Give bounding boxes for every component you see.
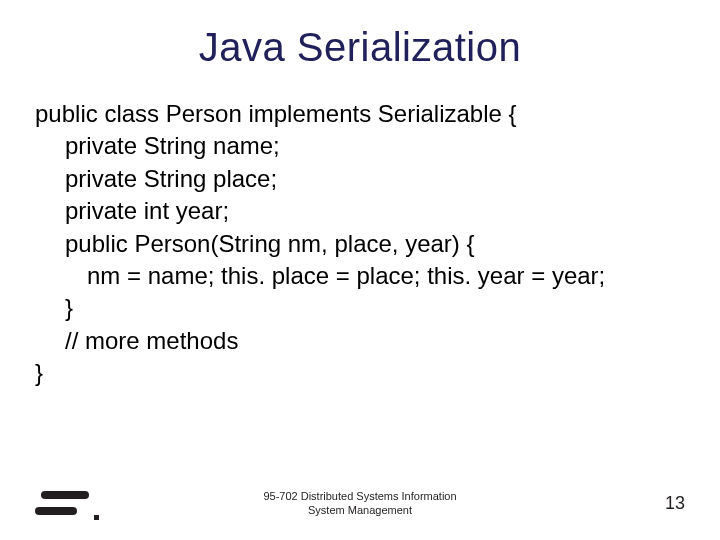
slide-title: Java Serialization [35,25,685,70]
code-line-4: private int year; [35,195,685,227]
slide: Java Serialization public class Person i… [0,0,720,540]
logo-icon [35,484,95,522]
course-line-1: 95-702 Distributed Systems Information [230,489,490,503]
code-line-5: public Person(String nm, place, year) { [35,228,685,260]
course-label: 95-702 Distributed Systems Information S… [230,489,490,518]
code-line-2: private String name; [35,130,685,162]
code-line-8: // more methods [35,325,685,357]
logo-dot [94,515,99,520]
logo-bar-top [41,491,89,499]
code-block: public class Person implements Serializa… [35,98,685,390]
code-line-1: public class Person implements Serializa… [35,98,685,130]
code-line-7: } [35,292,685,324]
code-line-3: private String place; [35,163,685,195]
code-line-9: } [35,357,685,389]
course-line-2: System Management [230,503,490,517]
code-line-6: nm = name; this. place = place; this. ye… [35,260,685,292]
footer: 95-702 Distributed Systems Information S… [0,484,720,522]
page-number: 13 [665,493,685,514]
logo-bar-bottom [35,507,77,515]
